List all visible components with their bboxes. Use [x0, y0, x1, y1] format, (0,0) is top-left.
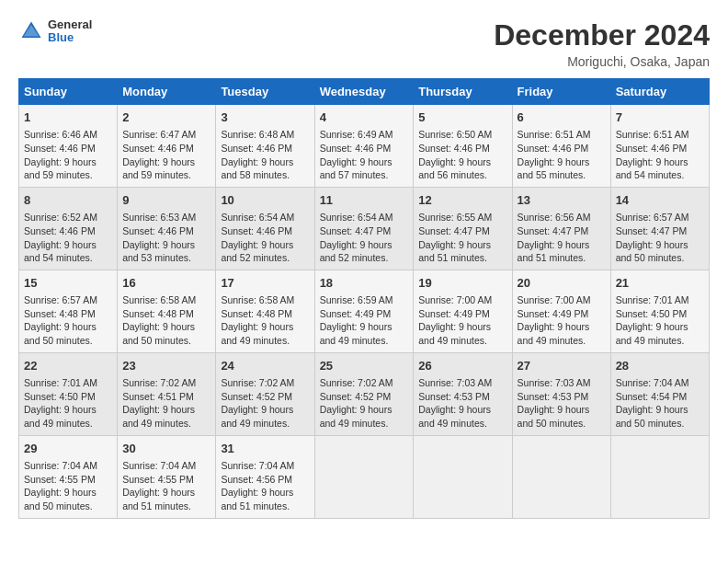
- day-info: Sunrise: 6:56 AM Sunset: 4:47 PM Dayligh…: [518, 211, 606, 265]
- day-number: 17: [221, 275, 309, 292]
- day-info: Sunrise: 7:04 AM Sunset: 4:54 PM Dayligh…: [616, 376, 704, 431]
- calendar-cell: 14Sunrise: 6:57 AM Sunset: 4:47 PM Dayli…: [610, 187, 709, 270]
- logo-blue: Blue: [48, 31, 92, 44]
- day-number: 15: [24, 275, 112, 292]
- day-number: 25: [320, 358, 409, 374]
- day-number: 12: [418, 192, 506, 209]
- day-number: 8: [24, 192, 112, 209]
- day-number: 4: [320, 109, 409, 126]
- calendar-cell: 1Sunrise: 6:46 AM Sunset: 4:46 PM Daylig…: [19, 105, 118, 188]
- day-info: Sunrise: 6:52 AM Sunset: 4:46 PM Dayligh…: [24, 211, 112, 265]
- day-info: Sunrise: 6:51 AM Sunset: 4:46 PM Dayligh…: [518, 128, 606, 182]
- day-number: 30: [122, 441, 210, 457]
- dow-header: Saturday: [610, 79, 709, 105]
- day-info: Sunrise: 6:49 AM Sunset: 4:46 PM Dayligh…: [320, 128, 409, 182]
- calendar-cell: [610, 435, 709, 518]
- day-info: Sunrise: 7:03 AM Sunset: 4:53 PM Dayligh…: [518, 376, 606, 431]
- calendar-title: December 2024: [494, 18, 710, 52]
- day-number: 27: [518, 358, 606, 374]
- calendar-cell: 16Sunrise: 6:58 AM Sunset: 4:48 PM Dayli…: [118, 270, 216, 352]
- day-info: Sunrise: 7:04 AM Sunset: 4:55 PM Dayligh…: [122, 459, 210, 513]
- calendar-cell: 5Sunrise: 6:50 AM Sunset: 4:46 PM Daylig…: [414, 105, 512, 188]
- day-number: 29: [24, 441, 112, 457]
- day-number: 21: [616, 275, 704, 292]
- day-info: Sunrise: 6:48 AM Sunset: 4:46 PM Dayligh…: [221, 128, 309, 182]
- calendar-cell: [512, 435, 610, 518]
- calendar-cell: 2Sunrise: 6:47 AM Sunset: 4:46 PM Daylig…: [118, 105, 216, 188]
- day-number: 23: [122, 358, 210, 374]
- day-number: 10: [221, 192, 309, 209]
- day-number: 7: [616, 109, 704, 126]
- calendar-cell: 31Sunrise: 7:04 AM Sunset: 4:56 PM Dayli…: [216, 435, 314, 518]
- calendar-cell: 29Sunrise: 7:04 AM Sunset: 4:55 PM Dayli…: [19, 435, 118, 518]
- dow-header: Wednesday: [314, 79, 414, 105]
- calendar-cell: 11Sunrise: 6:54 AM Sunset: 4:47 PM Dayli…: [314, 187, 414, 270]
- calendar-cell: 25Sunrise: 7:02 AM Sunset: 4:52 PM Dayli…: [314, 352, 414, 435]
- day-info: Sunrise: 7:02 AM Sunset: 4:52 PM Dayligh…: [320, 376, 409, 431]
- dow-header: Tuesday: [216, 79, 314, 105]
- dow-header: Sunday: [19, 79, 118, 105]
- calendar-cell: 23Sunrise: 7:02 AM Sunset: 4:51 PM Dayli…: [118, 352, 216, 435]
- page-header: General Blue December 2024 Moriguchi, Os…: [18, 18, 710, 69]
- calendar-cell: 7Sunrise: 6:51 AM Sunset: 4:46 PM Daylig…: [610, 105, 709, 188]
- calendar-cell: 13Sunrise: 6:56 AM Sunset: 4:47 PM Dayli…: [512, 187, 610, 270]
- day-info: Sunrise: 6:50 AM Sunset: 4:46 PM Dayligh…: [418, 128, 506, 182]
- calendar-cell: 20Sunrise: 7:00 AM Sunset: 4:49 PM Dayli…: [512, 270, 610, 352]
- calendar-cell: 21Sunrise: 7:01 AM Sunset: 4:50 PM Dayli…: [610, 270, 709, 352]
- week-row: 1Sunrise: 6:46 AM Sunset: 4:46 PM Daylig…: [19, 105, 710, 188]
- day-info: Sunrise: 6:53 AM Sunset: 4:46 PM Dayligh…: [122, 211, 210, 265]
- dow-header: Friday: [512, 79, 610, 105]
- day-number: 13: [518, 192, 606, 209]
- calendar-cell: 4Sunrise: 6:49 AM Sunset: 4:46 PM Daylig…: [314, 105, 414, 188]
- day-number: 3: [221, 109, 309, 126]
- day-number: 11: [320, 192, 409, 209]
- calendar-cell: 10Sunrise: 6:54 AM Sunset: 4:46 PM Dayli…: [216, 187, 314, 270]
- day-info: Sunrise: 7:04 AM Sunset: 4:56 PM Dayligh…: [221, 459, 309, 513]
- calendar-cell: 27Sunrise: 7:03 AM Sunset: 4:53 PM Dayli…: [512, 352, 610, 435]
- week-row: 29Sunrise: 7:04 AM Sunset: 4:55 PM Dayli…: [19, 435, 710, 518]
- day-info: Sunrise: 7:01 AM Sunset: 4:50 PM Dayligh…: [24, 376, 112, 431]
- week-row: 22Sunrise: 7:01 AM Sunset: 4:50 PM Dayli…: [19, 352, 710, 435]
- day-number: 19: [418, 275, 506, 292]
- day-info: Sunrise: 6:57 AM Sunset: 4:48 PM Dayligh…: [24, 293, 112, 348]
- calendar-table: SundayMondayTuesdayWednesdayThursdayFrid…: [18, 78, 710, 519]
- calendar-cell: 26Sunrise: 7:03 AM Sunset: 4:53 PM Dayli…: [414, 352, 512, 435]
- day-number: 2: [122, 109, 210, 126]
- calendar-cell: 24Sunrise: 7:02 AM Sunset: 4:52 PM Dayli…: [216, 352, 314, 435]
- day-number: 5: [418, 109, 506, 126]
- day-number: 6: [518, 109, 606, 126]
- calendar-cell: 17Sunrise: 6:58 AM Sunset: 4:48 PM Dayli…: [216, 270, 314, 352]
- day-info: Sunrise: 7:02 AM Sunset: 4:51 PM Dayligh…: [122, 376, 210, 431]
- day-info: Sunrise: 6:46 AM Sunset: 4:46 PM Dayligh…: [24, 128, 112, 182]
- day-info: Sunrise: 6:47 AM Sunset: 4:46 PM Dayligh…: [122, 128, 210, 182]
- calendar-subtitle: Moriguchi, Osaka, Japan: [494, 54, 710, 69]
- calendar-cell: 9Sunrise: 6:53 AM Sunset: 4:46 PM Daylig…: [118, 187, 216, 270]
- day-info: Sunrise: 6:54 AM Sunset: 4:47 PM Dayligh…: [320, 211, 409, 265]
- day-info: Sunrise: 6:54 AM Sunset: 4:46 PM Dayligh…: [221, 211, 309, 265]
- day-info: Sunrise: 7:02 AM Sunset: 4:52 PM Dayligh…: [221, 376, 309, 431]
- title-area: December 2024 Moriguchi, Osaka, Japan: [494, 18, 710, 69]
- day-info: Sunrise: 7:00 AM Sunset: 4:49 PM Dayligh…: [518, 293, 606, 348]
- calendar-cell: 3Sunrise: 6:48 AM Sunset: 4:46 PM Daylig…: [216, 105, 314, 188]
- day-number: 26: [418, 358, 506, 374]
- day-info: Sunrise: 7:04 AM Sunset: 4:55 PM Dayligh…: [24, 459, 112, 513]
- day-number: 14: [616, 192, 704, 209]
- day-number: 18: [320, 275, 409, 292]
- day-info: Sunrise: 6:57 AM Sunset: 4:47 PM Dayligh…: [616, 211, 704, 265]
- calendar-cell: [414, 435, 512, 518]
- calendar-cell: 19Sunrise: 7:00 AM Sunset: 4:49 PM Dayli…: [414, 270, 512, 352]
- day-number: 28: [616, 358, 704, 374]
- logo-text: General Blue: [48, 18, 92, 45]
- day-info: Sunrise: 6:58 AM Sunset: 4:48 PM Dayligh…: [221, 293, 309, 348]
- day-number: 9: [122, 192, 210, 209]
- calendar-cell: 18Sunrise: 6:59 AM Sunset: 4:49 PM Dayli…: [314, 270, 414, 352]
- days-of-week-row: SundayMondayTuesdayWednesdayThursdayFrid…: [19, 79, 710, 105]
- day-info: Sunrise: 7:01 AM Sunset: 4:50 PM Dayligh…: [616, 293, 704, 348]
- day-number: 20: [518, 275, 606, 292]
- logo-general: General: [48, 18, 92, 31]
- day-number: 24: [221, 358, 309, 374]
- day-number: 16: [122, 275, 210, 292]
- day-info: Sunrise: 7:03 AM Sunset: 4:53 PM Dayligh…: [418, 376, 506, 431]
- day-number: 1: [24, 109, 112, 126]
- dow-header: Thursday: [414, 79, 512, 105]
